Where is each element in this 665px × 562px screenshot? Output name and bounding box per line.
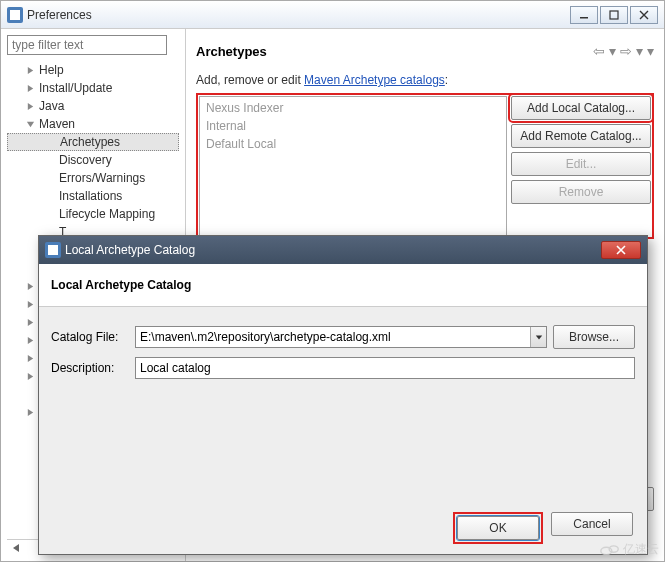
catalog-file-combo[interactable] [135, 326, 547, 348]
svg-rect-1 [610, 11, 618, 19]
nav-fwd-menu[interactable]: ▾ [636, 43, 643, 59]
dialog-footer: OK Cancel [453, 512, 633, 544]
browse-button[interactable]: Browse... [553, 325, 635, 349]
desc-suffix: : [445, 73, 448, 87]
titlebar: Preferences [1, 1, 664, 29]
remove-catalog-button: Remove [511, 180, 651, 204]
catalogs-link[interactable]: Maven Archetype catalogs [304, 73, 445, 87]
tree-item-help[interactable]: Help [7, 61, 179, 79]
catalog-file-row: Catalog File: Browse... [51, 325, 635, 349]
tree-item-archetypes[interactable]: Archetypes [7, 133, 179, 151]
catalog-item[interactable]: Internal [206, 119, 500, 137]
nav-back-menu[interactable]: ▾ [609, 43, 616, 59]
window-controls [570, 6, 658, 24]
app-icon [7, 7, 23, 23]
cancel-button[interactable]: Cancel [551, 512, 633, 536]
watermark: 亿速云 [599, 541, 659, 558]
window-title: Preferences [27, 8, 570, 22]
dialog-titlebar: Local Archetype Catalog [39, 236, 647, 264]
catalog-item[interactable]: Nexus Indexer [206, 101, 500, 119]
add-local-catalog-button[interactable]: Add Local Catalog... [511, 96, 651, 120]
description-row: Description: [51, 357, 635, 379]
tree-item-java[interactable]: Java [7, 97, 179, 115]
catalog-list[interactable]: Nexus Indexer Internal Default Local [199, 96, 507, 236]
catalog-file-label: Catalog File: [51, 330, 129, 344]
catalog-item[interactable]: Default Local [206, 137, 500, 155]
combo-arrow-icon[interactable] [530, 327, 546, 347]
tree-item-lifecycle[interactable]: Lifecycle Mapping [7, 205, 179, 223]
description-label: Description: [51, 361, 129, 375]
ok-highlight: OK [453, 512, 543, 544]
description-input[interactable] [135, 357, 635, 379]
close-button[interactable] [630, 6, 658, 24]
tree-item-errors[interactable]: Errors/Warnings [7, 169, 179, 187]
page-nav: ⇦▾ ⇨▾ ▾ [593, 43, 654, 59]
catalog-buttons: Add Local Catalog... Add Remote Catalog.… [511, 96, 651, 236]
tree-item-maven[interactable]: Maven [7, 115, 179, 133]
dialog-heading: Local Archetype Catalog [51, 278, 191, 292]
nav-menu-icon[interactable]: ▾ [647, 43, 654, 59]
edit-catalog-button: Edit... [511, 152, 651, 176]
desc-prefix: Add, remove or edit [196, 73, 304, 87]
maximize-button[interactable] [600, 6, 628, 24]
minimize-button[interactable] [570, 6, 598, 24]
ok-button[interactable]: OK [457, 516, 539, 540]
tree-item-discovery[interactable]: Discovery [7, 151, 179, 169]
nav-fwd-icon[interactable]: ⇨ [620, 43, 632, 59]
filter-input[interactable] [7, 35, 167, 55]
page-header: Archetypes ⇦▾ ⇨▾ ▾ [196, 37, 654, 65]
tree-item-installations[interactable]: Installations [7, 187, 179, 205]
catalogs-area: Nexus Indexer Internal Default Local Add… [196, 93, 654, 239]
dialog-header: Local Archetype Catalog [39, 264, 647, 307]
nav-back-icon[interactable]: ⇦ [593, 43, 605, 59]
page-title: Archetypes [196, 44, 267, 59]
add-remote-catalog-button[interactable]: Add Remote Catalog... [511, 124, 651, 148]
description-row: Add, remove or edit Maven Archetype cata… [196, 73, 654, 87]
dialog-title: Local Archetype Catalog [65, 243, 601, 257]
dialog-body: Catalog File: Browse... Description: [39, 307, 647, 405]
tree-item-install[interactable]: Install/Update [7, 79, 179, 97]
local-archetype-dialog: Local Archetype Catalog Local Archetype … [38, 235, 648, 555]
svg-rect-0 [580, 17, 588, 19]
dialog-close-button[interactable] [601, 241, 641, 259]
dialog-icon [45, 242, 61, 258]
catalog-file-input[interactable] [135, 326, 547, 348]
